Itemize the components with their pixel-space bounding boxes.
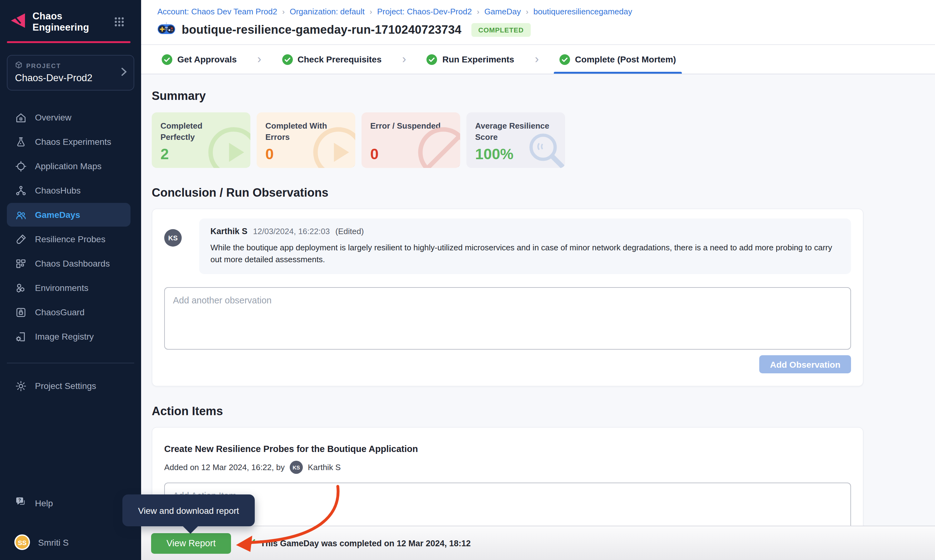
tab-run-experiments[interactable]: Run Experiments: [423, 45, 518, 74]
footer-bar: View Report This GameDay was completed o…: [141, 526, 935, 560]
summary-card-completed-with-errors: Completed With Errors 0: [257, 112, 355, 168]
chevron-right-icon: ›: [518, 45, 556, 74]
check-circle-icon: [282, 54, 292, 65]
sidebar-item-chaosguard[interactable]: ChaosGuard: [7, 300, 131, 324]
completed-with-errors-count: 0: [265, 145, 274, 163]
action-item-meta: Added on 12 Mar 2024, 16:22, by KS Karth…: [164, 461, 851, 474]
dashboard-icon: [14, 257, 27, 270]
harness-logo-icon: [8, 11, 27, 32]
breadcrumb-separator: ›: [526, 7, 528, 16]
comment-bubble: Karthik S 12/03/2024, 16:22:03 (Edited) …: [199, 218, 851, 274]
action-items-heading: Action Items: [152, 405, 935, 418]
main-area: Account: Chaos Dev Team Prod2› Organizat…: [141, 0, 935, 560]
gear-icon: [14, 380, 27, 392]
sidebar-item-environments[interactable]: Environments: [7, 276, 131, 300]
app-grid-icon[interactable]: [114, 17, 124, 27]
comment-edited-flag: (Edited): [335, 227, 364, 236]
breadcrumb-separator: ›: [370, 7, 372, 16]
chevron-right-icon: [121, 67, 127, 78]
user-name: Smriti S: [38, 537, 69, 547]
view-report-tooltip: View and download report: [122, 494, 255, 526]
play-circle-icon: [312, 126, 355, 168]
sidebar-item-chaos-experiments[interactable]: Chaos Experiments: [7, 130, 131, 154]
summary-card-error-suspended: Error / Suspended 0: [361, 112, 460, 168]
summary-cards: Completed Perfectly 2 Completed With Err…: [152, 112, 935, 168]
sidebar-header: Chaos Engineering: [0, 0, 141, 41]
target-icon: [14, 160, 27, 172]
check-circle-icon: [427, 54, 437, 65]
completion-message: This GameDay was completed on 12 Mar 202…: [245, 538, 471, 548]
project-selector[interactable]: PROJECT Chaos-Dev-Prod2: [7, 55, 134, 91]
comment-author: Karthik S: [211, 227, 248, 236]
breadcrumb-gameday[interactable]: GameDay: [484, 7, 521, 16]
user-menu[interactable]: SS Smriti S: [0, 534, 141, 560]
sidebar-item-project-settings[interactable]: Project Settings: [7, 374, 131, 398]
sidebar-item-gamedays[interactable]: GameDays: [7, 203, 131, 227]
user-avatar: SS: [14, 534, 30, 550]
home-icon: [14, 111, 27, 124]
breadcrumb-account[interactable]: Account: Chaos Dev Team Prod2: [157, 7, 277, 16]
sidebar-item-application-maps[interactable]: Application Maps: [7, 154, 131, 178]
action-item-title: Create New Resilience Probes for the Bou…: [164, 444, 851, 454]
add-observation-button[interactable]: Add Observation: [759, 355, 851, 374]
cube-icon: [15, 61, 23, 70]
magnifier-icon: [524, 128, 565, 168]
flask-icon: [14, 135, 27, 148]
action-item-input[interactable]: [164, 483, 851, 526]
breadcrumb-separator: ›: [477, 7, 479, 16]
resilience-score-value: 100%: [475, 145, 514, 163]
sidebar-item-image-registry[interactable]: Image Registry: [7, 325, 131, 348]
project-name: Chaos-Dev-Prod2: [15, 72, 126, 84]
sidebar-item-resilience-probes[interactable]: Resilience Probes: [7, 227, 131, 251]
sidebar-divider: [7, 363, 134, 363]
breadcrumb-separator: ›: [282, 7, 285, 16]
action-item-author: Karthik S: [308, 463, 341, 472]
comment-avatar: KS: [164, 229, 182, 246]
app-title: Chaos Engineering: [32, 11, 114, 33]
tab-complete-post-mortem[interactable]: Complete (Post Mortem): [556, 45, 680, 74]
check-icon: [245, 539, 255, 548]
hexagons-icon: [14, 282, 27, 294]
lock-icon: [14, 306, 27, 318]
summary-heading: Summary: [152, 89, 935, 103]
help-button[interactable]: ? Help: [0, 496, 141, 534]
brand-accent-line: [7, 41, 131, 43]
test-tube-icon: [14, 233, 27, 245]
tab-get-approvals[interactable]: Get Approvals: [158, 45, 240, 74]
people-icon: [14, 209, 27, 221]
status-badge: COMPLETED: [471, 23, 531, 37]
ban-icon: [417, 126, 460, 168]
breadcrumb-gameday-name[interactable]: boutiqueresiliencegameday: [533, 7, 632, 16]
breadcrumb-project[interactable]: Project: Chaos-Dev-Prod2: [377, 7, 472, 16]
summary-card-completed-perfectly: Completed Perfectly 2: [152, 112, 251, 168]
gamepad-icon: [157, 22, 175, 37]
image-registry-icon: [14, 330, 27, 343]
page-content: Summary Completed Perfectly 2 Completed …: [141, 74, 935, 526]
svg-text:?: ?: [18, 497, 21, 503]
help-chat-icon: ?: [14, 496, 27, 511]
observation-input[interactable]: [164, 288, 851, 350]
network-icon: [14, 184, 27, 197]
play-circle-icon: [207, 126, 251, 168]
sidebar-item-chaos-dashboards[interactable]: Chaos Dashboards: [7, 252, 131, 275]
tab-check-prerequisites[interactable]: Check Prerequisites: [278, 45, 385, 74]
project-label: PROJECT: [26, 62, 61, 69]
error-suspended-count: 0: [370, 145, 379, 163]
sidebar: Chaos Engineering PROJECT Chaos-Dev-Pr: [0, 0, 141, 560]
stage-tabs: Get Approvals › Check Prerequisites › Ru…: [141, 45, 935, 74]
chevron-right-icon: ›: [240, 45, 278, 74]
sidebar-nav: Overview Chaos Experiments Application M…: [0, 106, 141, 348]
action-items-card: Create New Resilience Probes for the Bou…: [152, 427, 864, 526]
breadcrumb-organization[interactable]: Organization: default: [290, 7, 364, 16]
sidebar-item-overview[interactable]: Overview: [7, 106, 131, 129]
observation-comment: KS Karthik S 12/03/2024, 16:22:03 (Edite…: [164, 218, 851, 274]
view-report-button[interactable]: View Report: [151, 533, 231, 554]
conclusion-heading: Conclusion / Run Observations: [152, 186, 935, 200]
comment-timestamp: 12/03/2024, 16:22:03: [253, 227, 330, 236]
page-header: Account: Chaos Dev Team Prod2› Organizat…: [141, 0, 935, 45]
action-item-added-on: Added on 12 Mar 2024, 16:22, by: [164, 463, 285, 472]
check-circle-icon: [162, 54, 172, 65]
action-item-author-avatar: KS: [290, 461, 303, 474]
sidebar-item-chaoshubs[interactable]: ChaosHubs: [7, 178, 131, 202]
breadcrumb: Account: Chaos Dev Team Prod2› Organizat…: [157, 7, 935, 16]
